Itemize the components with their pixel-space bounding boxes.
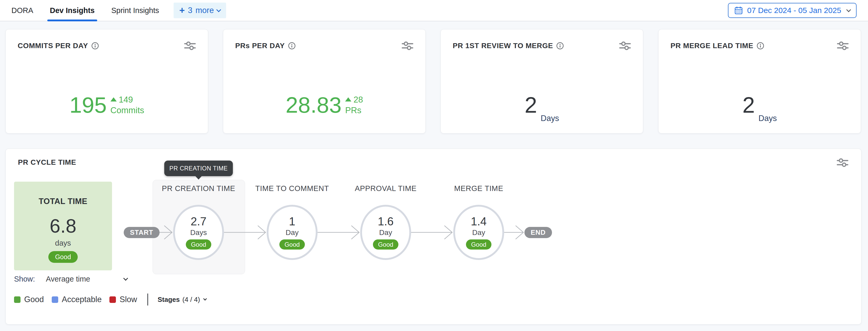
stage-value: 2.7: [190, 215, 206, 228]
legend-label: Slow: [120, 295, 137, 304]
sliders-icon[interactable]: [401, 40, 414, 52]
triangle-up-icon: [345, 97, 351, 102]
tab-label: Sprint Insights: [111, 6, 159, 15]
stage-value: 1.4: [471, 215, 487, 228]
info-icon[interactable]: [556, 42, 564, 50]
tab-label: DORA: [11, 6, 33, 15]
more-tabs-button[interactable]: +3 more: [174, 3, 226, 18]
card-title: PR 1ST REVIEW TO MERGE: [453, 42, 553, 50]
stage-title-approval-time: APPROVAL TIME: [355, 184, 416, 193]
active-tab-underline: [47, 20, 97, 21]
sliders-icon[interactable]: [619, 40, 631, 52]
metric-number: 2: [525, 94, 537, 116]
stage-unit: Days: [190, 228, 207, 237]
legend-row: Good Acceptable Slow Stages (4 / 4): [14, 294, 206, 305]
legend-item-acceptable: Acceptable: [52, 295, 102, 304]
metric-unit: PRs: [345, 105, 363, 115]
tooltip-text: PR CREATION TIME: [169, 165, 228, 172]
stage-title-merge-time: MERGE TIME: [454, 184, 503, 193]
date-range-text: 07 Dec 2024 - 05 Jan 2025: [747, 6, 841, 15]
info-icon[interactable]: [756, 42, 764, 50]
stage-title-pr-creation: PR CREATION TIME: [162, 184, 235, 193]
metric-value: 2 Days: [441, 84, 643, 126]
chevron-down-icon[interactable]: [123, 276, 128, 280]
metric-number: 28.83: [286, 94, 341, 116]
legend-swatch-acceptable: [52, 296, 58, 303]
status-badge: Good: [373, 240, 399, 250]
legend-item-good: Good: [14, 295, 44, 304]
stages-filter-label: Stages: [157, 296, 180, 304]
metric-value: 2 Days: [658, 84, 861, 126]
stage-node-pr-creation[interactable]: 2.7 Days Good: [173, 205, 224, 260]
chevron-down-icon: [203, 297, 207, 301]
start-label: START: [130, 228, 153, 237]
metric-number: 2: [742, 94, 755, 116]
legend-swatch-good: [14, 296, 21, 303]
legend-divider: [147, 294, 148, 305]
status-badge: Good: [466, 240, 492, 250]
stage-unit: Day: [286, 228, 299, 237]
legend-label: Acceptable: [62, 295, 102, 304]
status-badge: Good: [186, 240, 212, 250]
more-count: 3: [188, 6, 192, 15]
metric-value: 28.83 28 PRs: [223, 84, 426, 126]
stage-value: 1: [289, 215, 295, 228]
tab-dev-insights[interactable]: Dev Insights: [50, 0, 95, 21]
chevron-down-icon: [846, 7, 851, 12]
metric-value: 195 149 Commits: [6, 84, 208, 126]
calendar-icon: [734, 6, 743, 15]
card-pr-first-review-to-merge: PR 1ST REVIEW TO MERGE 2 Days: [440, 29, 643, 134]
stage-node-approval-time[interactable]: 1.6 Day Good: [360, 205, 411, 260]
legend-label: Good: [24, 295, 44, 304]
metric-unit: Days: [541, 114, 559, 126]
metric-number: 195: [69, 94, 107, 116]
stage-node-time-to-comment[interactable]: 1 Day Good: [267, 205, 317, 260]
stages-filter-dropdown[interactable]: Stages (4 / 4): [157, 296, 206, 304]
chevron-down-icon: [216, 7, 221, 12]
card-title: PR MERGE LEAD TIME: [671, 42, 753, 50]
metric-unit: Commits: [111, 105, 144, 115]
date-range-picker[interactable]: 07 Dec 2024 - 05 Jan 2025: [728, 3, 857, 18]
triangle-up-icon: [111, 97, 117, 102]
stage-tooltip: PR CREATION TIME: [164, 161, 233, 176]
show-label: Show:: [14, 275, 35, 283]
card-pr-merge-lead-time: PR MERGE LEAD TIME 2 Days: [658, 29, 861, 134]
card-prs-per-day: PRs PER DAY 28.83 28 PRs: [223, 29, 426, 134]
end-label: END: [531, 228, 546, 237]
stage-title-time-to-comment: TIME TO COMMENT: [255, 184, 329, 193]
start-pill: START: [124, 227, 160, 238]
more-label: more: [195, 6, 214, 15]
metric-delta: 28: [353, 94, 363, 105]
sliders-icon[interactable]: [184, 40, 196, 52]
show-dropdown[interactable]: Average time: [46, 275, 90, 283]
legend-swatch-slow: [110, 296, 116, 303]
info-icon[interactable]: [91, 42, 99, 50]
legend-item-slow: Slow: [110, 295, 137, 304]
metric-unit: Days: [758, 114, 777, 126]
card-title: PRs PER DAY: [235, 42, 285, 50]
tab-bar: DORA Dev Insights Sprint Insights: [11, 0, 159, 21]
metric-delta: 149: [119, 94, 133, 105]
tab-sprint-insights[interactable]: Sprint Insights: [111, 0, 159, 21]
top-navbar: DORA Dev Insights Sprint Insights +3 mor…: [0, 0, 868, 21]
tab-label: Dev Insights: [50, 6, 95, 15]
stages-filter-count: (4 / 4): [182, 296, 200, 304]
plus-icon: +: [179, 6, 185, 15]
card-title: COMMITS PER DAY: [18, 42, 88, 50]
stage-unit: Day: [379, 228, 392, 237]
show-selector-row: Show: Average time: [14, 275, 127, 283]
info-icon[interactable]: [288, 42, 296, 50]
pr-cycle-time-card: PR CYCLE TIME PR CREATION TIME TOTAL TIM…: [5, 148, 862, 325]
stage-unit: Day: [472, 228, 485, 237]
card-commits-per-day: COMMITS PER DAY 195 149 Commits: [5, 29, 208, 134]
end-pill: END: [524, 227, 552, 238]
sliders-icon[interactable]: [836, 40, 849, 52]
tab-dora[interactable]: DORA: [11, 0, 33, 21]
stage-value: 1.6: [378, 215, 394, 228]
status-badge: Good: [279, 240, 305, 250]
stage-node-merge-time[interactable]: 1.4 Day Good: [453, 205, 504, 260]
